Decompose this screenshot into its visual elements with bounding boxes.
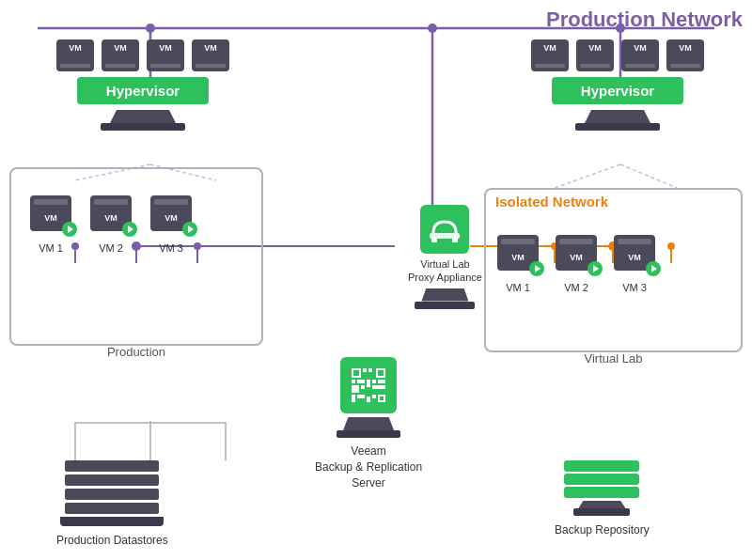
right-vm-4 — [666, 39, 704, 71]
left-vm-4 — [192, 39, 229, 71]
proxy-appliance-icon — [420, 205, 469, 254]
ds-base — [60, 517, 164, 526]
production-datastores: Production Datastores — [56, 460, 168, 547]
svg-rect-34 — [368, 368, 372, 372]
svg-rect-43 — [361, 385, 365, 389]
svg-rect-37 — [352, 380, 355, 383]
svg-rect-45 — [352, 395, 355, 402]
backup-repository: Backup Repository — [555, 460, 650, 537]
prod-vm-1-box: VM — [30, 195, 71, 231]
veeam-icon — [340, 357, 397, 413]
repo-stand-top — [578, 501, 625, 508]
veeam-label: Veeam Backup & Replication Server — [315, 443, 422, 490]
svg-rect-41 — [378, 380, 385, 383]
production-label: Production — [107, 345, 165, 359]
prod-vm-2-box: VM — [90, 195, 132, 231]
veeam-server: Veeam Backup & Replication Server — [315, 357, 422, 490]
vlab-vm-1: VM VM 1 — [497, 235, 539, 293]
svg-rect-29 — [431, 237, 437, 242]
prod-vm-3-box: VM — [150, 195, 192, 231]
left-vm-3 — [147, 39, 184, 71]
prod-vm-3-play — [182, 222, 197, 237]
repo-disk-1 — [564, 460, 639, 472]
diagram-container: Production Network Hypervisor Hypervisor — [0, 0, 752, 560]
proxy-appliance: Virtual Lab Proxy Appliance — [408, 205, 482, 309]
right-vm-3 — [621, 39, 659, 71]
right-hypervisor: Hypervisor — [531, 39, 704, 131]
svg-rect-46 — [357, 395, 365, 398]
virtual-lab-box: Virtual Lab Isolated Network VM VM 1 VM … — [484, 188, 743, 352]
left-hypervisor-label: Hypervisor — [77, 77, 209, 104]
prod-vm-2-label: VM 2 — [99, 242, 123, 254]
virtual-lab-vm-group: VM VM 1 VM VM 2 VM VM 3 — [497, 235, 655, 293]
svg-line-24 — [620, 164, 677, 188]
left-vm-1 — [56, 39, 94, 71]
right-vm-1 — [531, 39, 569, 71]
svg-rect-42 — [352, 385, 359, 393]
left-hypervisor: Hypervisor — [56, 39, 229, 131]
svg-rect-50 — [380, 397, 384, 400]
svg-rect-30 — [452, 237, 458, 242]
right-hypervisor-server — [575, 110, 660, 131]
repo-icon — [564, 460, 639, 516]
right-vm-2 — [576, 39, 614, 71]
vlab-vm-3-label: VM 3 — [622, 282, 647, 293]
left-vm-2 — [102, 39, 139, 71]
virtual-lab-label: Virtual Lab — [585, 351, 643, 366]
isolated-network-label: Isolated Network — [495, 194, 729, 210]
proxy-server-stand — [415, 288, 475, 309]
svg-point-5 — [428, 23, 437, 33]
ds-row-4 — [65, 503, 159, 514]
prod-vm-3-label: VM 3 — [159, 242, 183, 254]
prod-vm-1-label: VM 1 — [39, 242, 63, 254]
veeam-icon-svg — [348, 365, 389, 406]
prod-vm-2-play — [122, 222, 137, 237]
vlab-vm-3-play — [646, 261, 661, 276]
svg-rect-48 — [372, 395, 376, 398]
ds-row-1 — [65, 460, 159, 472]
proxy-appliance-label: Virtual Lab Proxy Appliance — [408, 257, 482, 285]
repo-disk-3 — [564, 487, 639, 498]
right-hypervisor-vms — [531, 39, 704, 71]
repo-stand-bottom — [573, 508, 630, 516]
vlab-vm-2-label: VM 2 — [564, 282, 588, 293]
prod-vm-1-play — [62, 222, 77, 237]
repo-disk-2 — [564, 474, 639, 485]
datastores-label: Production Datastores — [56, 534, 168, 547]
repo-disks — [564, 460, 639, 498]
vlab-vm-1-play — [529, 261, 544, 276]
prod-vm-2: VM VM 2 — [90, 195, 132, 254]
right-hypervisor-label: Hypervisor — [552, 77, 683, 104]
datastore-icon — [60, 460, 164, 526]
veeam-server-stand — [337, 417, 400, 438]
svg-rect-33 — [363, 368, 367, 372]
prod-vm-1: VM VM 1 — [30, 195, 71, 254]
vlab-vm-1-label: VM 1 — [506, 282, 530, 293]
backup-repository-label: Backup Repository — [555, 523, 650, 537]
svg-rect-44 — [372, 385, 385, 389]
svg-rect-36 — [378, 370, 384, 376]
production-network-label: Production Network — [546, 8, 743, 32]
left-hypervisor-server — [101, 110, 185, 131]
svg-rect-47 — [367, 397, 370, 402]
vlab-vm-3-box: VM — [614, 235, 655, 271]
svg-line-23 — [555, 164, 620, 188]
proxy-icon-svg — [428, 212, 462, 246]
production-box: Production VM VM 1 VM VM 2 — [9, 167, 263, 346]
ds-row-3 — [65, 489, 159, 500]
vlab-vm-2-box: VM — [556, 235, 597, 271]
vlab-vm-1-box: VM — [497, 235, 539, 271]
vlab-vm-2-play — [588, 261, 603, 276]
svg-point-4 — [146, 23, 155, 33]
svg-rect-32 — [353, 370, 359, 376]
vlab-vm-2: VM VM 2 — [556, 235, 597, 293]
left-hypervisor-vms — [56, 39, 229, 71]
vlab-vm-3: VM VM 3 — [614, 235, 655, 293]
ds-row-2 — [65, 474, 159, 486]
svg-rect-39 — [367, 380, 370, 387]
prod-vm-3: VM VM 3 — [150, 195, 192, 254]
production-vm-group: VM VM 1 VM VM 2 VM VM 3 — [30, 195, 192, 254]
svg-rect-40 — [372, 380, 376, 383]
svg-rect-38 — [357, 380, 365, 383]
